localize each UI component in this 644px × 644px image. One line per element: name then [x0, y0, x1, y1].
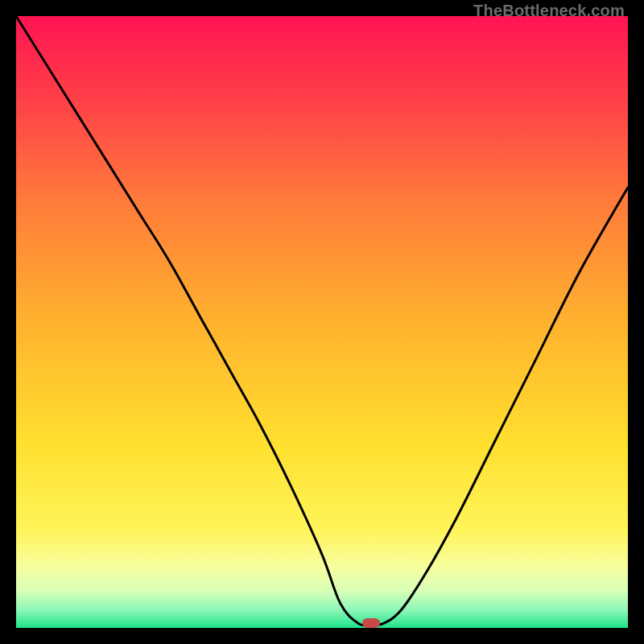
chart-frame: TheBottleneck.com — [0, 0, 644, 644]
optimal-marker — [362, 618, 380, 628]
bottleneck-curve — [16, 16, 628, 628]
watermark-text: TheBottleneck.com — [473, 2, 625, 20]
plot-area — [16, 16, 628, 628]
